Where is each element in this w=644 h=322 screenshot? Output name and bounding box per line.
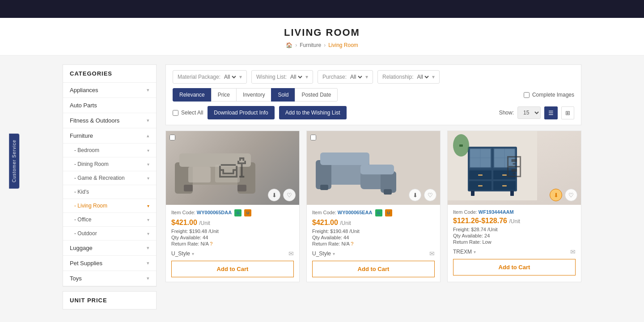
add-to-cart-button[interactable]: Add to Cart: [312, 261, 435, 277]
material-package-select[interactable]: All: [222, 73, 237, 80]
product-image: ⬇ ♡: [307, 131, 440, 205]
freight-info: Freight: $28.74 /Unit: [453, 227, 576, 232]
freight-info: Freight: $190.48 /Unit: [171, 229, 294, 234]
qty-available: Qty Available: 44: [171, 235, 294, 240]
help-icon: ?: [351, 241, 353, 246]
download-icon-button[interactable]: ⬇: [550, 189, 562, 201]
download-icon-button[interactable]: ⬇: [409, 189, 421, 201]
filter-actions-row: Select All Download Product Info Add to …: [173, 106, 574, 119]
sidebar-item-fitness[interactable]: Fitness & Outdoors ▾: [63, 113, 156, 128]
wishing-list-select[interactable]: All: [288, 73, 304, 80]
add-to-cart-button[interactable]: Add to Cart: [453, 259, 576, 275]
sidebar-sub-outdoor[interactable]: - Outdoor ▾: [63, 227, 156, 241]
svg-rect-13: [360, 165, 394, 174]
sidebar-sub-living-room[interactable]: - Living Room ▾: [63, 199, 156, 213]
sort-sold[interactable]: Sold: [271, 88, 295, 102]
svg-rect-32: [478, 185, 483, 186]
sidebar-item-luggage[interactable]: Luggage ▾: [63, 241, 156, 256]
wishlist-icon-button[interactable]: ♡: [565, 189, 577, 201]
sort-relevance[interactable]: Relevance: [173, 88, 212, 102]
complete-images-checkbox[interactable]: [524, 92, 530, 98]
product-checkbox[interactable]: [310, 135, 316, 140]
top-bar: [0, 0, 644, 18]
relationship-select[interactable]: All: [415, 73, 430, 80]
sidebar-item-pet-supplies[interactable]: Pet Supplies ▾: [63, 256, 156, 271]
products-grid: ⬇ ♡ Item Code: WY000065DAA G U $421.00 /…: [165, 131, 581, 282]
select-all-checkbox[interactable]: [173, 110, 178, 116]
breadcrumb-furniture[interactable]: Furniture: [300, 42, 321, 48]
chevron-down-icon: ▾: [147, 275, 149, 281]
wishing-list-filter[interactable]: Wishing List: All ▾: [251, 70, 313, 84]
badge-g: G: [234, 209, 242, 216]
page-title: LIVING ROOM: [0, 27, 644, 38]
wishlist-icon-button[interactable]: ♡: [424, 189, 436, 201]
sidebar-sub-kids[interactable]: - Kid's: [63, 185, 156, 199]
add-to-cart-button[interactable]: Add to Cart: [171, 261, 294, 277]
svg-rect-30: [478, 174, 483, 176]
grid-view-button[interactable]: ⊞: [561, 106, 574, 119]
email-icon[interactable]: ✉: [570, 248, 576, 255]
svg-rect-33: [502, 185, 507, 186]
sidebar-item-furniture[interactable]: Furniture ▴: [63, 128, 156, 144]
purchase-select[interactable]: All: [348, 73, 364, 80]
brand-chevron-icon: ▾: [333, 251, 335, 256]
return-rate: Return Rate: N/A ?: [171, 241, 294, 246]
item-code: Item Code: WY000065EAA G U: [312, 209, 435, 216]
unit-price-section: UNIT PRICE: [63, 291, 157, 309]
customer-service-tab[interactable]: Customer Service: [9, 133, 19, 188]
product-price: $421.00 /Unit: [312, 219, 435, 227]
sidebar-sub-dining-room[interactable]: - Dining Room ▾: [63, 157, 156, 171]
email-icon[interactable]: ✉: [429, 250, 435, 257]
brand-name[interactable]: U_Style ▾: [312, 250, 335, 257]
material-package-filter[interactable]: Material Package: All ▾: [173, 70, 247, 84]
grid-icon: ⊞: [565, 110, 570, 116]
product-info: Item Code: WF193444AAM $121.26-$128.76 /…: [448, 205, 581, 280]
chevron-down-icon: ▾: [147, 148, 149, 153]
dropdown-arrow-icon: ▾: [239, 74, 242, 80]
download-product-info-button[interactable]: Download Product Info: [208, 106, 274, 119]
help-icon: ?: [210, 241, 212, 246]
brand-row: TREXM ▾ ✉: [453, 248, 576, 255]
product-card: ⬇ ♡ Item Code: WF193444AAM $121.26-$128.…: [447, 131, 581, 282]
brand-row: U_Style ▾ ✉: [312, 250, 435, 257]
add-to-wishing-list-button[interactable]: Add to the Wishing List: [279, 106, 347, 119]
sort-inventory[interactable]: Inventory: [236, 88, 271, 102]
sort-price[interactable]: Price: [211, 88, 237, 102]
product-image-svg: [311, 136, 401, 198]
sidebar-item-auto-parts[interactable]: Auto Parts: [63, 98, 156, 113]
list-view-button[interactable]: ☰: [544, 106, 558, 119]
categories-title: CATEGORIES: [63, 65, 156, 83]
sort-posted-date[interactable]: Posted Date: [295, 88, 338, 102]
relationship-filter[interactable]: Relationship: All ▾: [377, 70, 440, 84]
qty-available: Qty Available: 44: [312, 235, 435, 240]
purchase-filter[interactable]: Purchase: All ▾: [318, 70, 373, 84]
show-count-select[interactable]: 15 30 60: [517, 106, 541, 119]
list-icon: ☰: [548, 110, 554, 116]
product-checkbox[interactable]: [169, 135, 175, 140]
categories-section: CATEGORIES Appliances ▾ Auto Parts Fitne…: [63, 64, 157, 287]
filter-bar: Material Package: All ▾ Wishing List: Al…: [165, 64, 581, 125]
email-icon[interactable]: ✉: [288, 250, 294, 257]
complete-images-label[interactable]: Complete Images: [532, 92, 574, 98]
sidebar-item-appliances[interactable]: Appliances ▾: [63, 83, 156, 98]
chevron-down-icon: ▾: [147, 245, 149, 251]
product-image: ⬇ ♡: [166, 131, 299, 205]
wishlist-icon-button[interactable]: ♡: [283, 189, 296, 201]
sidebar-sub-game-recreation[interactable]: - Game & Recreation ▾: [63, 171, 156, 185]
brand-name[interactable]: U_Style ▾: [171, 250, 194, 257]
badge-u: U: [244, 209, 251, 216]
item-code: Item Code: WF193444AAM: [453, 209, 576, 215]
brand-chevron-icon: ▾: [192, 251, 194, 256]
product-image: ⬇ ♡: [448, 131, 581, 205]
select-all-label[interactable]: Select All: [173, 110, 203, 116]
badge-u: U: [385, 209, 392, 216]
product-price: $421.00 /Unit: [171, 219, 294, 227]
svg-rect-31: [502, 174, 507, 176]
download-icon-button[interactable]: ⬇: [268, 189, 280, 201]
sidebar-sub-bedroom[interactable]: - Bedroom ▾: [63, 144, 156, 157]
brand-name[interactable]: TREXM ▾: [453, 249, 476, 255]
chevron-down-icon: ▾: [147, 87, 149, 93]
home-icon[interactable]: 🏠: [286, 42, 292, 48]
sidebar-item-toys[interactable]: Toys ▾: [63, 271, 156, 286]
sidebar-sub-office[interactable]: - Office ▾: [63, 213, 156, 227]
